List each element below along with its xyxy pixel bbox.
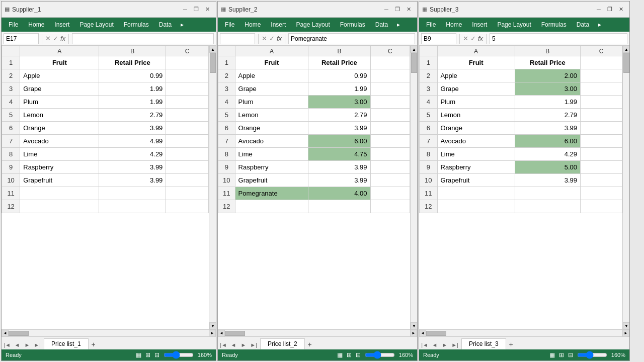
price-cell-9-supplier3[interactable]: 5.00 <box>515 161 580 174</box>
formula-input-supplier3[interactable]: 5 <box>490 33 627 44</box>
fruit-cell-2-supplier2[interactable]: Apple <box>235 69 308 82</box>
price-cell-8-supplier1[interactable]: 4.29 <box>99 148 166 161</box>
price-cell-7-supplier1[interactable]: 4.99 <box>99 135 166 148</box>
close-button-supplier3[interactable]: ✕ <box>615 5 626 15</box>
price-cell-5-supplier2[interactable]: 2.79 <box>308 109 370 122</box>
menu-more-supplier1[interactable]: ▸ <box>177 19 188 30</box>
scroll-up-btn-supplier3[interactable]: ▲ <box>623 46 629 53</box>
fruit-cell-8-supplier2[interactable]: Lime <box>235 148 308 161</box>
add-sheet-button-supplier1[interactable]: + <box>89 339 99 349</box>
tab-nav-next-supplier2[interactable]: ► <box>239 340 248 349</box>
view-normal-icon-supplier3[interactable]: ▦ <box>549 351 555 358</box>
fruit-cell-7-supplier1[interactable]: Avocado <box>20 135 99 148</box>
close-button-supplier1[interactable]: ✕ <box>202 5 213 15</box>
fruit-cell-7-supplier3[interactable]: Avocado <box>437 135 515 148</box>
tab-nav-last-supplier1[interactable]: ►| <box>33 340 42 349</box>
price-cell-3-supplier2[interactable]: 1.99 <box>308 82 370 96</box>
fruit-cell-6-supplier2[interactable]: Orange <box>235 122 308 135</box>
tab-nav-prev-supplier1[interactable]: ◄ <box>13 340 22 349</box>
price-cell-3-supplier1[interactable]: 1.99 <box>99 82 166 96</box>
price-cell-7-supplier3[interactable]: 6.00 <box>515 135 580 148</box>
fruit-cell-4-supplier1[interactable]: Plum <box>20 96 99 109</box>
scroll-up-btn-supplier2[interactable]: ▲ <box>411 46 417 53</box>
restore-button-supplier2[interactable]: ❐ <box>392 5 403 15</box>
fruit-cell-2-supplier1[interactable]: Apple <box>20 69 99 82</box>
formula-confirm-icon-supplier2[interactable]: ✓ <box>269 35 275 42</box>
close-button-supplier2[interactable]: ✕ <box>403 5 414 15</box>
minimize-button-supplier2[interactable]: ─ <box>381 5 392 15</box>
fruit-cell-5-supplier2[interactable]: Lemon <box>235 109 308 122</box>
scroll-thumb-supplier2[interactable] <box>411 53 417 73</box>
price-cell-11-supplier2[interactable]: 4.00 <box>308 187 370 200</box>
tab-nav-next-supplier1[interactable]: ► <box>23 340 32 349</box>
view-normal-icon-supplier2[interactable]: ▦ <box>337 351 343 358</box>
table-row[interactable]: 9Raspberry3.99 <box>2 161 209 174</box>
tab-nav-first-supplier3[interactable]: |◄ <box>420 340 429 349</box>
scroll-down-btn-supplier2[interactable]: ▼ <box>411 322 417 329</box>
fruit-cell-5-supplier1[interactable]: Lemon <box>20 109 99 122</box>
price-cell-4-supplier3[interactable]: 1.99 <box>515 96 580 109</box>
minimize-button-supplier3[interactable]: ─ <box>593 5 604 15</box>
table-row[interactable]: 8Lime4.29 <box>2 148 209 161</box>
menu-item-insert-supplier1[interactable]: Insert <box>49 19 74 30</box>
menu-item-page-layout-supplier2[interactable]: Page Layout <box>291 19 335 30</box>
view-layout-icon-supplier3[interactable]: ⊞ <box>559 351 564 358</box>
formula-fx-icon-supplier3[interactable]: fx <box>478 35 483 42</box>
add-sheet-button-supplier3[interactable]: + <box>506 339 516 349</box>
price-cell-7-supplier2[interactable]: 6.00 <box>308 135 370 148</box>
fruit-cell-6-supplier1[interactable]: Orange <box>20 122 99 135</box>
fruit-cell-3-supplier2[interactable]: Grape <box>235 82 308 96</box>
fruit-cell-4-supplier3[interactable]: Plum <box>437 96 515 109</box>
fruit-cell-10-supplier1[interactable]: Grapefruit <box>20 174 99 187</box>
tab-nav-first-supplier2[interactable]: |◄ <box>219 340 228 349</box>
hscroll-left-btn-supplier3[interactable]: ◄ <box>419 330 426 337</box>
fruit-cell-3-supplier3[interactable]: Grape <box>437 82 515 96</box>
menu-item-formulas-supplier1[interactable]: Formulas <box>119 19 154 30</box>
cell-ref-input-supplier3[interactable] <box>421 33 456 44</box>
table-row[interactable]: 7Avocado6.00 <box>420 135 622 148</box>
formula-fx-icon-supplier1[interactable]: fx <box>60 35 65 42</box>
price-cell-9-supplier2[interactable]: 3.99 <box>308 161 370 174</box>
view-normal-icon-supplier1[interactable]: ▦ <box>136 351 141 358</box>
tab-nav-next-supplier3[interactable]: ► <box>440 340 449 349</box>
formula-input-supplier2[interactable]: Pomegranate <box>288 33 415 44</box>
table-row[interactable]: 3Grape1.99 <box>2 82 209 96</box>
menu-item-home-supplier3[interactable]: Home <box>441 19 467 30</box>
table-row[interactable]: 6Orange3.99 <box>218 122 410 135</box>
menu-item-page-layout-supplier3[interactable]: Page Layout <box>492 19 536 30</box>
price-cell-8-supplier3[interactable]: 4.29 <box>515 148 580 161</box>
hscroll-right-btn-supplier2[interactable]: ► <box>410 330 417 337</box>
fruit-cell-3-supplier1[interactable]: Grape <box>20 82 99 96</box>
table-row[interactable]: 2Apple2.00 <box>420 69 622 82</box>
scroll-thumb-supplier1[interactable] <box>210 53 216 73</box>
menu-item-insert-supplier2[interactable]: Insert <box>266 19 291 30</box>
view-layout-icon-supplier2[interactable]: ⊞ <box>347 351 352 358</box>
table-row[interactable]: 5Lemon2.79 <box>218 109 410 122</box>
table-row[interactable]: 10Grapefruit3.99 <box>218 174 410 187</box>
formula-cancel-icon-supplier1[interactable]: ✕ <box>45 35 51 42</box>
zoom-slider-supplier2[interactable] <box>365 352 395 358</box>
formula-confirm-icon-supplier3[interactable]: ✓ <box>470 35 476 42</box>
hscroll-thumb-supplier2[interactable] <box>225 331 245 336</box>
hscroll-thumb-supplier1[interactable] <box>9 331 29 336</box>
scroll-down-btn-supplier3[interactable]: ▼ <box>623 322 629 329</box>
hscroll-right-btn-supplier1[interactable]: ► <box>209 330 216 337</box>
table-row[interactable]: 3Grape3.00 <box>420 82 622 96</box>
sheet-tab-supplier1[interactable]: Price list_1 <box>44 338 89 349</box>
cell-ref-input-supplier2[interactable] <box>220 33 255 44</box>
table-row[interactable]: 10Grapefruit3.99 <box>420 174 622 187</box>
fruit-cell-6-supplier3[interactable]: Orange <box>437 122 515 135</box>
table-row[interactable]: 5Lemon2.79 <box>2 109 209 122</box>
restore-button-supplier3[interactable]: ❐ <box>604 5 615 15</box>
menu-item-file-supplier1[interactable]: File <box>4 19 23 30</box>
table-row[interactable]: 11Pomegranate4.00 <box>218 187 410 200</box>
scroll-thumb-supplier3[interactable] <box>623 53 629 73</box>
fruit-cell-5-supplier3[interactable]: Lemon <box>437 109 515 122</box>
menu-item-formulas-supplier3[interactable]: Formulas <box>536 19 572 30</box>
menu-item-file-supplier2[interactable]: File <box>220 19 239 30</box>
fruit-cell-9-supplier2[interactable]: Raspberry <box>235 161 308 174</box>
fruit-cell-9-supplier3[interactable]: Raspberry <box>437 161 515 174</box>
price-cell-5-supplier1[interactable]: 2.79 <box>99 109 166 122</box>
price-cell-9-supplier1[interactable]: 3.99 <box>99 161 166 174</box>
formula-cancel-icon-supplier2[interactable]: ✕ <box>262 35 267 42</box>
